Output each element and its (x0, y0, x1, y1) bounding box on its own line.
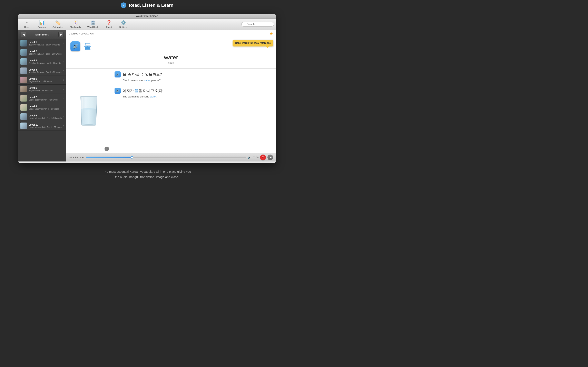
level-arrow-3: › (63, 60, 64, 63)
about-label: About (106, 26, 112, 28)
time-display: 00:00 (253, 156, 259, 159)
level-arrow-7: › (63, 97, 64, 100)
toolbar-about[interactable]: ❓ About (102, 19, 116, 29)
caption-line-2: the audio, hangul, translation, image an… (0, 174, 294, 180)
svg-point-2 (82, 124, 96, 126)
content-area: ◀ Main Menu ▶ Level 1 Basic Vocabulary P… (18, 30, 276, 161)
home-icon: ⌂ (26, 20, 28, 25)
level-info-9: Level 9 Lower Intermediate Part I • 98 w… (29, 114, 63, 119)
recorder-label: Voice Recorder (69, 156, 84, 159)
flashcards-label: Flashcards (70, 26, 81, 28)
settings-label: Settings (119, 26, 127, 28)
level-thumb-10 (20, 123, 27, 129)
water-glass-image (77, 95, 101, 127)
categories-label: Categories (52, 26, 63, 28)
level-name-6: Level 6 (29, 87, 63, 90)
level-info-8: Level 8 Upper Beginner Part II • 97 word… (29, 105, 63, 110)
image-panel: + (66, 68, 111, 153)
toolbar: ⌂ Home 📊 Courses 🏷️ Categories 🃏 Flashca… (18, 18, 276, 30)
caption-line-1: The most essential Korean vocabulary all… (0, 169, 294, 174)
level-arrow-8: › (63, 106, 64, 109)
record-dot-icon (262, 156, 264, 158)
level-name-8: Level 8 (29, 105, 63, 108)
bottom-caption: The most essential Korean vocabulary all… (0, 169, 294, 179)
sentence-2-audio-icon: 🔊 (116, 89, 119, 92)
level-info-7: Level 7 Upper Beginner Part I • 90 words (29, 96, 63, 101)
level-thumb-6 (20, 86, 27, 92)
toolbar-home[interactable]: ⌂ Home (20, 19, 34, 29)
sidebar-level-3[interactable]: Level 3 Absolute Beginner Part I • 89 wo… (18, 57, 66, 66)
level-info-4: Level 4 Absolute Beginner Part II • 82 w… (29, 68, 63, 73)
english-word: water (70, 54, 272, 61)
level-name-4: Level 4 (29, 68, 63, 71)
sidebar-level-9[interactable]: Level 9 Lower Intermediate Part I • 98 w… (18, 112, 66, 121)
sidebar-title: Main Menu (28, 33, 57, 36)
toolbar-categories[interactable]: 🏷️ Categories (49, 19, 67, 29)
flashcards-icon: 🃏 (73, 20, 78, 25)
search-input[interactable] (241, 22, 274, 26)
sidebar-level-2[interactable]: Level 2 Basic Vocabulary Part II • 100 w… (18, 48, 66, 57)
progress-bar[interactable] (86, 157, 246, 158)
level-thumb-8 (20, 104, 27, 111)
sidebar-forward-button[interactable]: ▶ (58, 32, 64, 37)
app-title: Read, Listen & Learn (129, 3, 173, 8)
svg-point-1 (89, 113, 90, 113)
sentence-2-audio-button[interactable]: 🔊 (114, 88, 121, 94)
word-audio-button[interactable]: 🔊 (70, 42, 80, 51)
toolbar-settings[interactable]: ⚙️ Settings (116, 19, 131, 29)
level-info-6: Level 6 Beginner Part II • 99 words (29, 87, 63, 92)
level-thumb-2 (20, 49, 27, 56)
level-desc-7: Upper Beginner Part I • 90 words (29, 99, 63, 101)
toolbar-wordbank[interactable]: 🏦 Word Bank (84, 19, 102, 29)
level-arrow-5: › (63, 78, 64, 81)
level-name-2: Level 2 (29, 50, 63, 53)
zoom-button[interactable]: + (104, 147, 109, 151)
level-thumb-7 (20, 95, 27, 101)
level-info-5: Level 5 Beginner Part I • 96 words (29, 77, 63, 83)
level-desc-1: Basic Vocabulary Part I • 87 words (29, 44, 63, 46)
english-sentence-1: Can I have some water, please? (123, 79, 272, 82)
bottom-content: + 🔊 물 좀 마실 수 있을까요? Can I have some w (66, 68, 276, 153)
sidebar-level-6[interactable]: Level 6 Beginner Part II • 99 words › (18, 85, 66, 94)
level-thumb-3 (20, 58, 27, 65)
sidebar-back-button[interactable]: ◀ (21, 32, 26, 37)
about-icon: ❓ (106, 20, 112, 25)
breadcrumb-bar: Courses > Level 1 > All ★ (66, 30, 276, 37)
sidebar-level-5[interactable]: Level 5 Beginner Part I • 96 words › (18, 75, 66, 85)
level-desc-5: Beginner Part I • 96 words (29, 80, 63, 83)
sidebar-level-10[interactable]: Level 10 Lower Intermediate Part II • 97… (18, 121, 66, 131)
window-titlebar: Word Power Korean (18, 14, 276, 18)
record-button[interactable] (260, 155, 266, 160)
level-desc-10: Lower Intermediate Part II • 97 words (29, 126, 63, 128)
toolbar-courses[interactable]: 📊 Courses (34, 19, 49, 29)
breadcrumb: Courses > Level 1 > All (69, 32, 94, 35)
sidebar-level-4[interactable]: Level 4 Absolute Beginner Part II • 82 w… (18, 66, 66, 75)
courses-label: Courses (38, 26, 46, 28)
sentence-1-audio-button[interactable]: 🔊 (114, 71, 121, 77)
top-header: 2 Read, Listen & Learn (0, 0, 294, 10)
level-desc-9: Lower Intermediate Part I • 98 words (29, 117, 63, 119)
sentence-korean-2: 🔊 여자가 물을 마시고 있다. (114, 88, 272, 94)
sidebar-level-1[interactable]: Level 1 Basic Vocabulary Part I • 87 wor… (18, 39, 66, 48)
level-arrow-4: › (63, 69, 64, 72)
svg-point-0 (81, 108, 96, 109)
level-desc-2: Basic Vocabulary Part II • 100 words (29, 53, 63, 55)
progress-fill (86, 157, 131, 158)
level-name-1: Level 1 (29, 41, 63, 44)
step-badge: 2 (121, 2, 126, 8)
play-button[interactable]: ▶ (268, 155, 273, 160)
courses-icon: 📊 (39, 20, 44, 25)
toolbar-flashcards[interactable]: 🃏 Flashcards (67, 19, 84, 29)
favorite-button[interactable]: ★ (269, 31, 273, 36)
sidebar-level-8[interactable]: Level 8 Upper Beginner Part II • 97 word… (18, 103, 66, 112)
search-wrapper: 🔍 (241, 22, 274, 26)
bank-tooltip[interactable]: Bank words for easy reference (233, 40, 273, 47)
sentence-row-2: 🔊 여자가 물을 마시고 있다. The woman is drinking w… (111, 85, 276, 101)
level-thumb-4 (20, 67, 27, 74)
level-desc-8: Upper Beginner Part II • 97 words (29, 108, 63, 110)
english-sentence-2: The woman is drinking water. (123, 95, 272, 98)
app-window: Word Power Korean ⌂ Home 📊 Courses 🏷️ Ca… (18, 14, 276, 163)
sidebar-level-7[interactable]: Level 7 Upper Beginner Part I • 90 words… (18, 94, 66, 103)
level-name-3: Level 3 (29, 59, 63, 62)
level-thumb-9 (20, 113, 27, 120)
